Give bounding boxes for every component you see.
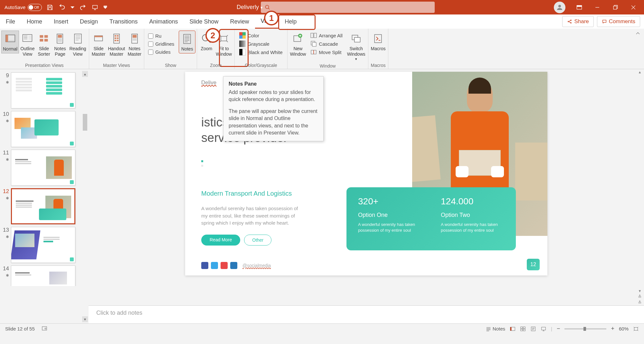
menu-animations[interactable]: Animations (143, 14, 184, 29)
youtube-icon[interactable] (221, 262, 228, 269)
maximize-icon[interactable] (611, 3, 620, 12)
undo-icon[interactable] (58, 3, 66, 12)
ruler-checkbox[interactable]: Ru (146, 32, 176, 40)
window-label: Window (289, 62, 367, 70)
menu-review[interactable]: Review (224, 14, 255, 29)
canvas-scroll-down-icon[interactable]: ▼ (637, 288, 643, 294)
comments-button[interactable]: Comments (597, 16, 640, 27)
gridlines-checkbox[interactable]: Gridlines (146, 40, 176, 48)
close-icon[interactable] (629, 3, 638, 12)
reading-view-icon[interactable] (530, 326, 536, 332)
scroll-down-icon[interactable]: ▼ (82, 316, 88, 322)
search-input[interactable] (261, 2, 435, 13)
share-button[interactable]: Share (562, 16, 593, 27)
linkedin-icon[interactable] (230, 262, 237, 269)
color-label: Color/Grayscale (236, 62, 286, 69)
slide-counter[interactable]: Slide 12 of 55 (5, 326, 35, 331)
arrange-all-button[interactable]: Arrange All (308, 31, 345, 40)
slide-container[interactable]: Delive istics service provider Modern Tr… (89, 69, 644, 305)
ribbon-collapse-icon[interactable] (635, 31, 641, 36)
fit-button-icon[interactable] (633, 326, 639, 332)
menu-file[interactable]: File (0, 14, 21, 29)
thumb-row-11[interactable]: 11✱ (0, 148, 89, 187)
ribbon-display-icon[interactable] (575, 3, 583, 12)
zoom-slider[interactable] (564, 328, 606, 330)
menu-slide-show[interactable]: Slide Show (184, 14, 224, 29)
handout-master-button[interactable]: Handout Master (107, 31, 126, 58)
minimize-icon[interactable] (593, 3, 601, 12)
master-views-label: Master Views (90, 62, 143, 69)
svg-rect-28 (117, 37, 118, 39)
other-button[interactable]: Other (244, 235, 271, 246)
user-avatar[interactable] (554, 2, 565, 13)
notes-area[interactable]: Click to add notes (89, 305, 644, 323)
menu-transitions[interactable]: Transitions (104, 14, 143, 29)
svg-rect-1 (104, 6, 107, 6)
thumb-row-13[interactable]: 13✱ (0, 226, 89, 264)
svg-rect-51 (355, 37, 360, 42)
zoom-out-button[interactable]: − (557, 325, 560, 332)
menu-home[interactable]: Home (21, 14, 48, 29)
new-window-button[interactable]: New Window (289, 31, 308, 58)
next-slide-icon[interactable]: ≛ (637, 300, 643, 305)
thumbnail-11[interactable] (11, 150, 75, 186)
notes-page-button[interactable]: Notes Page (52, 31, 68, 58)
thumbnail-14[interactable] (11, 265, 75, 286)
thumb-scrollbar[interactable]: ▲ ▼ (82, 71, 88, 322)
slideshow-start-icon[interactable] (91, 3, 99, 12)
macros-button[interactable]: Macros (370, 31, 387, 53)
outline-view-button[interactable]: Outline View (19, 31, 36, 58)
thumbnail-12[interactable] (11, 188, 75, 224)
normal-view-button[interactable]: Normal (1, 31, 19, 53)
thumbnail-10[interactable] (11, 111, 75, 147)
redo-icon[interactable] (79, 3, 87, 12)
svg-rect-14 (29, 36, 32, 40)
undo-dropdown-icon[interactable] (70, 3, 75, 12)
slide-sorter-button[interactable]: Slide Sorter (36, 31, 52, 58)
canvas-scroll-up-icon[interactable]: ▲ (637, 69, 643, 75)
zoom-in-button[interactable]: + (611, 325, 614, 332)
accessibility-icon[interactable] (41, 325, 48, 332)
scroll-up-icon[interactable]: ▲ (82, 71, 88, 77)
guides-checkbox[interactable]: Guides (146, 48, 176, 56)
notes-button[interactable]: Notes (179, 31, 195, 53)
thumb-row-9[interactable]: 9✱ (0, 71, 89, 110)
autosave-toggle[interactable]: AutoSave Off (5, 4, 42, 11)
switch-windows-button[interactable]: Switch Windows ▾ (346, 31, 367, 62)
slideshow-view-icon[interactable] (541, 326, 546, 332)
menu-design[interactable]: Design (74, 14, 104, 29)
show-label: Show (146, 62, 195, 69)
thumbnail-panel[interactable]: 9✱ 10✱ 11✱ 12✱ (0, 69, 89, 323)
cascade-button[interactable]: Cascade (308, 40, 345, 48)
notes-tooltip: Notes Pane Add speaker notes to your sli… (223, 76, 324, 141)
reading-view-button[interactable]: Reading View (68, 31, 87, 58)
facebook-icon[interactable] (201, 262, 208, 269)
svg-point-7 (568, 21, 569, 22)
toggle-switch[interactable]: Off (28, 4, 42, 11)
prev-slide-icon[interactable]: ≜ (637, 294, 643, 300)
sorter-view-icon[interactable] (520, 326, 526, 332)
read-more-button[interactable]: Read More (201, 235, 240, 246)
move-split-button[interactable]: Move Split (308, 48, 345, 56)
twitter-icon[interactable] (211, 262, 218, 269)
menu-insert[interactable]: Insert (48, 14, 74, 29)
zoom-percent[interactable]: 60% (619, 326, 629, 331)
normal-view-icon[interactable] (510, 326, 516, 332)
slide-master-button[interactable]: Slide Master (90, 31, 107, 58)
thumb-row-12[interactable]: 12✱ (0, 187, 89, 226)
canvas-scrollbar[interactable]: ▲ ▼ ≜ ≛ (637, 69, 643, 305)
thumb-row-14[interactable]: 14✱ (0, 264, 89, 286)
thumbnail-9[interactable] (11, 72, 75, 108)
thumb-row-10[interactable]: 10✱ (0, 110, 89, 148)
notes-toggle-button[interactable]: Notes (486, 326, 505, 332)
slide-body: A wonderful serenity has taken possessio… (201, 205, 301, 227)
qat-dropdown-icon[interactable] (103, 3, 108, 12)
notes-master-button[interactable]: Notes Master (126, 31, 143, 58)
save-icon[interactable] (46, 3, 54, 12)
document-title[interactable]: Deliverly ▾ (237, 4, 263, 11)
scroll-handle[interactable] (83, 114, 87, 131)
svg-rect-5 (577, 5, 582, 6)
svg-rect-62 (542, 327, 546, 330)
thumbnail-13[interactable] (11, 227, 75, 263)
callout-1: 1 (264, 11, 279, 25)
